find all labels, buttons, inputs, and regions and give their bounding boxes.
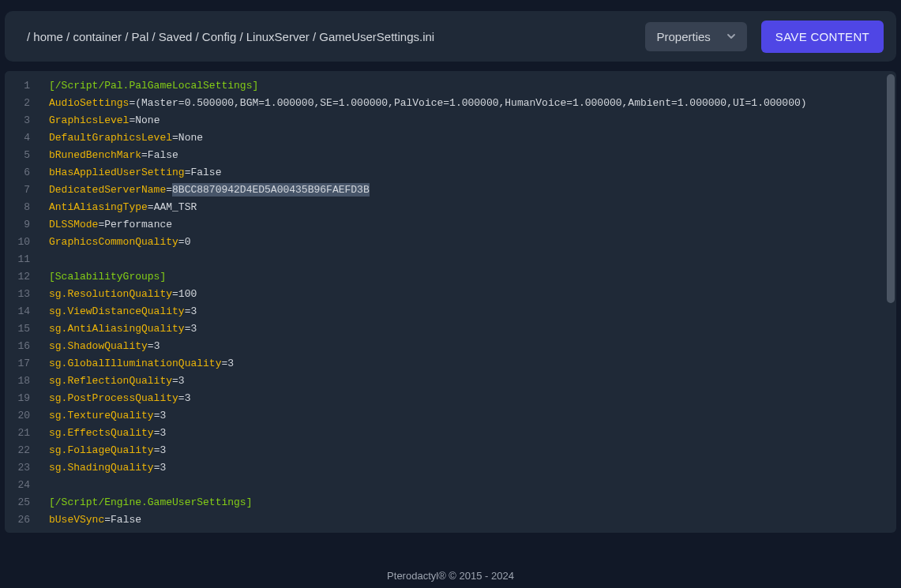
- line-number: 18: [5, 373, 35, 390]
- code-line[interactable]: sg.ShadingQuality=3: [43, 459, 896, 477]
- line-number: 17: [5, 355, 35, 373]
- line-number: 14: [5, 303, 35, 320]
- code-line[interactable]: [/Script/Engine.GameUserSettings]: [43, 494, 896, 511]
- code-line[interactable]: bRunedBenchMark=False: [43, 147, 896, 164]
- code-line[interactable]: sg.PostProcessQuality=3: [43, 390, 896, 407]
- line-number: 26: [5, 511, 35, 529]
- code-line[interactable]: sg.TextureQuality=3: [43, 407, 896, 425]
- code-line[interactable]: GraphicsCommonQuality=0: [43, 234, 896, 251]
- breadcrumb-separator: /: [152, 30, 158, 43]
- line-number: 21: [5, 425, 35, 442]
- dropdown-label: Properties: [656, 30, 710, 43]
- code-line[interactable]: DLSSMode=Performance: [43, 216, 896, 234]
- breadcrumb-segment[interactable]: GameUserSettings.ini: [319, 30, 434, 43]
- line-number: 3: [5, 112, 35, 129]
- chevron-down-icon: [726, 32, 736, 41]
- line-number: 10: [5, 234, 35, 251]
- code-line[interactable]: GraphicsLevel=None: [43, 112, 896, 129]
- header-bar: / home / container / Pal / Saved / Confi…: [5, 11, 896, 62]
- breadcrumb-separator: /: [239, 30, 246, 43]
- line-number: 25: [5, 494, 35, 511]
- code-line[interactable]: sg.ViewDistanceQuality=3: [43, 303, 896, 320]
- breadcrumb-separator: /: [125, 30, 131, 43]
- code-line[interactable]: sg.FoliageQuality=3: [43, 442, 896, 459]
- breadcrumb-separator: /: [27, 30, 33, 43]
- breadcrumb-segment[interactable]: Config: [202, 30, 240, 43]
- code-line[interactable]: bHasAppliedUserSetting=False: [43, 164, 896, 182]
- code-line[interactable]: sg.ShadowQuality=3: [43, 338, 896, 355]
- code-line[interactable]: [ScalabilityGroups]: [43, 268, 896, 286]
- code-line[interactable]: AntiAliasingType=AAM_TSR: [43, 199, 896, 216]
- code-line[interactable]: DefaultGraphicsLevel=None: [43, 129, 896, 147]
- line-number: 9: [5, 216, 35, 234]
- code-line[interactable]: sg.GlobalIlluminationQuality=3: [43, 355, 896, 373]
- line-number: 2: [5, 95, 35, 112]
- breadcrumb: / home / container / Pal / Saved / Confi…: [27, 30, 434, 43]
- line-number: 23: [5, 459, 35, 477]
- code-line[interactable]: [43, 477, 896, 494]
- line-gutter: 1234567891011121314151617181920212223242…: [5, 71, 43, 533]
- scrollbar-track[interactable]: [887, 74, 895, 530]
- code-line[interactable]: [43, 251, 896, 268]
- line-number: 22: [5, 442, 35, 459]
- code-line[interactable]: bUseVSync=False: [43, 511, 896, 529]
- line-number: 1: [5, 77, 35, 95]
- code-line[interactable]: sg.EffectsQuality=3: [43, 425, 896, 442]
- breadcrumb-separator: /: [313, 30, 319, 43]
- breadcrumb-separator: /: [66, 30, 73, 43]
- line-number: 15: [5, 320, 35, 338]
- code-line[interactable]: sg.ResolutionQuality=100: [43, 286, 896, 303]
- line-number: 12: [5, 268, 35, 286]
- breadcrumb-segment[interactable]: container: [73, 30, 125, 43]
- line-number: 20: [5, 407, 35, 425]
- header-actions: Properties SAVE CONTENT: [645, 21, 884, 53]
- breadcrumb-segment[interactable]: Pal: [132, 30, 152, 43]
- line-number: 5: [5, 147, 35, 164]
- syntax-dropdown[interactable]: Properties: [645, 22, 746, 51]
- code-line[interactable]: AudioSettings=(Master=0.500000,BGM=1.000…: [43, 95, 896, 112]
- line-number: 13: [5, 286, 35, 303]
- code-line[interactable]: sg.ReflectionQuality=3: [43, 373, 896, 390]
- line-number: 4: [5, 129, 35, 147]
- code-line[interactable]: DedicatedServerName=8BCC8870942D4ED5A004…: [43, 182, 896, 199]
- code-editor[interactable]: 1234567891011121314151617181920212223242…: [5, 71, 896, 533]
- footer-text: Pterodactyl® © 2015 - 2024: [0, 570, 901, 582]
- code-line[interactable]: [/Script/Pal.PalGameLocalSettings]: [43, 77, 896, 95]
- line-number: 16: [5, 338, 35, 355]
- line-number: 8: [5, 199, 35, 216]
- line-number: 7: [5, 182, 35, 199]
- line-number: 6: [5, 164, 35, 182]
- breadcrumb-segment[interactable]: Saved: [159, 30, 196, 43]
- breadcrumb-segment[interactable]: LinuxServer: [246, 30, 313, 43]
- scrollbar-thumb[interactable]: [887, 74, 895, 303]
- line-number: 19: [5, 390, 35, 407]
- save-button[interactable]: SAVE CONTENT: [761, 21, 884, 53]
- breadcrumb-separator: /: [196, 30, 202, 43]
- code-line[interactable]: sg.AntiAliasingQuality=3: [43, 320, 896, 338]
- code-content[interactable]: [/Script/Pal.PalGameLocalSettings]AudioS…: [43, 71, 896, 533]
- line-number: 24: [5, 477, 35, 494]
- breadcrumb-segment[interactable]: home: [33, 30, 66, 43]
- line-number: 11: [5, 251, 35, 268]
